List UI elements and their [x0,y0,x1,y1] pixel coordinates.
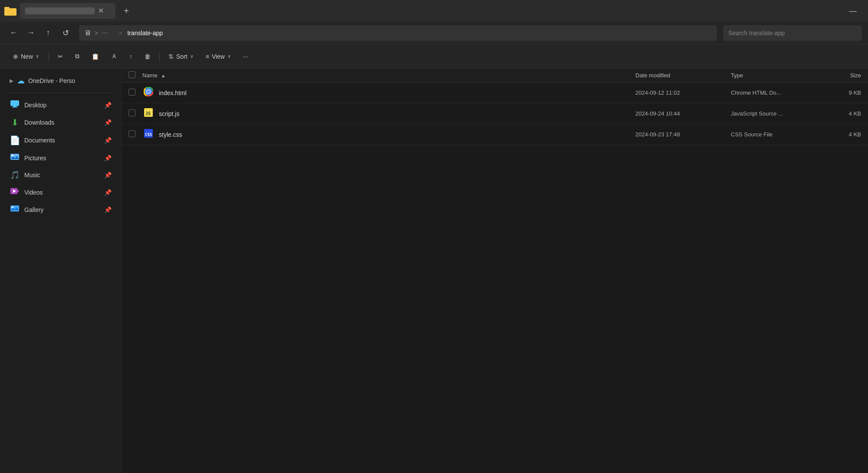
tab-title-bar [25,7,95,14]
tab-close-button[interactable]: ✕ [98,7,104,14]
copy-button[interactable]: ⧉ [70,50,85,63]
music-icon: 🎵 [10,170,20,180]
file-checkbox-style[interactable] [128,130,135,137]
view-chevron-icon: ∨ [227,53,231,59]
address-chevron-icon: > [95,30,98,36]
view-label: View [212,53,225,60]
sidebar-item-onedrive[interactable]: ▶ ☁ OneDrive - Perso [3,73,118,89]
onedrive-cloud-icon: ☁ [17,76,25,86]
svg-rect-11 [10,205,19,212]
refresh-button[interactable]: ↺ [58,26,73,40]
up-button[interactable]: ↑ [41,26,56,40]
sidebar: ▶ ☁ OneDrive - Perso Desktop 📌 ⬇ Downloa… [0,69,122,473]
forward-button[interactable]: → [23,26,38,40]
sidebar-item-gallery[interactable]: Gallery 📌 [3,201,118,218]
sidebar-item-downloads[interactable]: ⬇ Downloads 📌 [3,114,118,131]
new-button[interactable]: ⊕ New ∨ [7,50,45,63]
index-html-size: 9 KB [818,89,861,96]
onedrive-expand-icon: ▶ [10,78,13,84]
svg-point-7 [12,155,13,156]
sidebar-item-music[interactable]: 🎵 Music 📌 [3,167,118,183]
sidebar-item-label-music: Music [24,172,100,179]
back-button[interactable]: ← [6,26,21,40]
address-separator: > [118,30,122,36]
active-tab[interactable]: ✕ [20,3,115,19]
sort-button[interactable]: ⇅ Sort ∨ [163,50,199,63]
music-pin-icon[interactable]: 📌 [104,172,112,179]
onedrive-label: OneDrive - Perso [28,77,112,84]
rename-button[interactable]: Ａ [106,50,122,63]
svg-point-13 [12,206,13,208]
sidebar-item-label-documents: Documents [24,137,100,144]
table-row[interactable]: CSS style.css 2024-09-23 17:48 CSS Sourc… [122,124,868,145]
column-type-header[interactable]: Type [731,72,818,79]
sidebar-divider [7,93,114,93]
desktop-icon [10,100,20,110]
desktop-pin-icon[interactable]: 📌 [104,102,112,109]
search-bar[interactable]: Search translate-app [723,25,862,41]
tab-folder-icon [4,5,16,17]
svg-text:JS: JS [145,111,151,116]
style-css-date: 2024-09-23 17:48 [635,131,731,138]
rename-icon: Ａ [111,53,117,60]
style-css-name: style.css [159,131,635,138]
share-icon: ↑ [129,53,132,60]
script-js-date: 2024-09-24 10:44 [635,110,731,117]
column-name-header[interactable]: Name ▲ [142,72,635,79]
gallery-pin-icon[interactable]: 📌 [104,206,112,213]
delete-button[interactable]: 🗑 [139,50,156,63]
type-col-label: Type [731,72,743,79]
script-js-size: 4 KB [818,110,861,117]
documents-icon: 📄 [10,135,20,146]
table-row[interactable]: index.html 2024-09-12 11:02 Chrome HTML … [122,83,868,103]
address-ellipsis-button[interactable]: ··· [102,28,108,37]
sidebar-item-label-desktop: Desktop [24,102,100,109]
sidebar-item-videos[interactable]: Videos 📌 [3,184,118,201]
toolbar-separator-1 [49,51,49,62]
style-css-type: CSS Source File [731,131,818,138]
pictures-pin-icon[interactable]: 📌 [104,155,112,162]
share-button[interactable]: ↑ [124,50,138,63]
minimize-button[interactable]: — [842,5,864,17]
file-checkbox-col [128,89,142,97]
sidebar-item-pictures[interactable]: Pictures 📌 [3,149,118,166]
svg-rect-0 [4,8,16,16]
toolbar: ⊕ New ∨ ✂ ⧉ 📋 Ａ ↑ 🗑 ⇅ Sort ∨ ≡ View ∨ ··… [0,44,868,69]
new-tab-button[interactable]: + [119,3,134,18]
script-js-name: script.js [159,110,635,117]
delete-icon: 🗑 [145,53,151,60]
nav-bar: ← → ↑ ↺ 🖥 > ··· > translate-app Search t… [0,22,868,44]
table-row[interactable]: JS script.js 2024-09-24 10:44 JavaScript… [122,103,868,124]
new-icon: ⊕ [13,53,18,60]
column-date-header[interactable]: Date modified [635,72,731,79]
sidebar-item-label-gallery: Gallery [24,206,100,213]
search-placeholder: Search translate-app [728,30,785,36]
address-bar[interactable]: 🖥 > ··· > translate-app [79,25,717,41]
svg-text:CSS: CSS [145,132,152,137]
file-checkbox-index[interactable] [128,89,135,96]
sort-label: Sort [176,53,187,60]
paste-button[interactable]: 📋 [86,50,104,63]
downloads-pin-icon[interactable]: 📌 [104,119,112,126]
more-options-button[interactable]: ··· [238,50,253,63]
main-content: ▶ ☁ OneDrive - Perso Desktop 📌 ⬇ Downloa… [0,69,868,473]
cut-button[interactable]: ✂ [53,50,68,63]
videos-pin-icon[interactable]: 📌 [104,189,112,196]
sidebar-item-desktop[interactable]: Desktop 📌 [3,96,118,113]
sidebar-item-documents[interactable]: 📄 Documents 📌 [3,132,118,149]
sidebar-item-label-videos: Videos [24,189,100,196]
script-js-icon: JS [142,108,155,119]
file-checkbox-script[interactable] [128,109,135,116]
name-col-label: Name [142,72,158,79]
date-col-label: Date modified [635,72,670,79]
column-size-header[interactable]: Size [818,72,861,79]
select-all-checkbox[interactable] [128,71,135,78]
file-checkbox-col [128,109,142,118]
sidebar-item-label-pictures: Pictures [24,155,100,162]
documents-pin-icon[interactable]: 📌 [104,137,112,144]
copy-icon: ⧉ [75,53,79,60]
file-checkbox-col [128,130,142,139]
style-css-size: 4 KB [818,131,861,138]
view-button[interactable]: ≡ View ∨ [201,50,236,63]
svg-marker-9 [17,189,19,193]
